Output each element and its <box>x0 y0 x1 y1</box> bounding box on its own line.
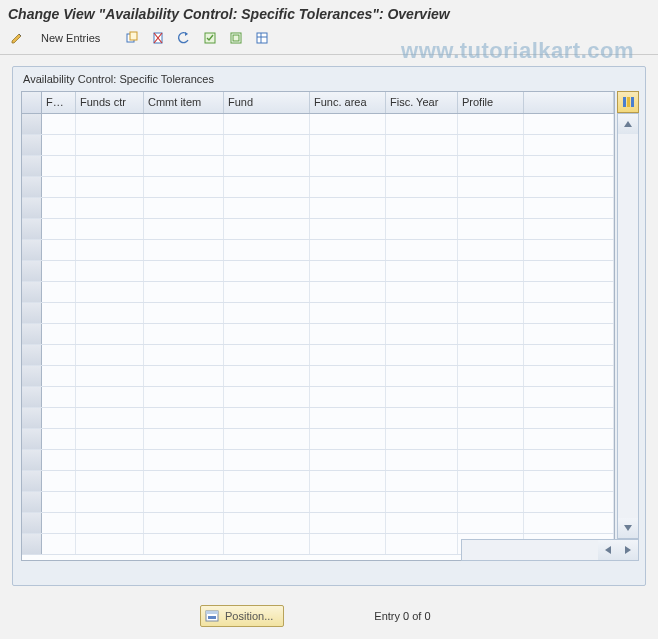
table-cell[interactable] <box>524 261 614 281</box>
table-cell[interactable] <box>310 513 386 533</box>
table-cell[interactable] <box>76 450 144 470</box>
column-header-fm[interactable]: FM... <box>42 92 76 113</box>
position-button[interactable]: Position... <box>200 605 284 627</box>
table-cell[interactable] <box>386 240 458 260</box>
delete-icon[interactable] <box>147 28 169 48</box>
new-entries-button[interactable]: New Entries <box>32 28 109 48</box>
table-cell[interactable] <box>144 387 224 407</box>
table-cell[interactable] <box>524 387 614 407</box>
table-cell[interactable] <box>458 282 524 302</box>
table-cell[interactable] <box>458 324 524 344</box>
table-cell[interactable] <box>76 324 144 344</box>
table-cell[interactable] <box>310 303 386 323</box>
table-cell[interactable] <box>386 345 458 365</box>
table-cell[interactable] <box>224 261 310 281</box>
table-cell[interactable] <box>386 261 458 281</box>
table-cell[interactable] <box>144 261 224 281</box>
table-cell[interactable] <box>42 471 76 491</box>
table-cell[interactable] <box>524 345 614 365</box>
table-cell[interactable] <box>42 492 76 512</box>
vertical-scrollbar[interactable] <box>617 113 639 539</box>
table-cell[interactable] <box>458 219 524 239</box>
table-cell[interactable] <box>310 345 386 365</box>
table-cell[interactable] <box>458 261 524 281</box>
table-cell[interactable] <box>386 219 458 239</box>
table-cell[interactable] <box>76 156 144 176</box>
row-selector[interactable] <box>22 429 42 449</box>
table-cell[interactable] <box>76 177 144 197</box>
table-cell[interactable] <box>224 345 310 365</box>
table-cell[interactable] <box>224 198 310 218</box>
table-cell[interactable] <box>458 408 524 428</box>
table-cell[interactable] <box>310 324 386 344</box>
table-cell[interactable] <box>76 345 144 365</box>
row-selector[interactable] <box>22 387 42 407</box>
column-header-func-area[interactable]: Func. area <box>310 92 386 113</box>
table-cell[interactable] <box>42 114 76 134</box>
table-cell[interactable] <box>76 471 144 491</box>
table-cell[interactable] <box>458 450 524 470</box>
table-cell[interactable] <box>386 324 458 344</box>
table-cell[interactable] <box>76 219 144 239</box>
table-cell[interactable] <box>386 303 458 323</box>
hscroll-track[interactable] <box>462 540 598 560</box>
table-cell[interactable] <box>386 282 458 302</box>
table-cell[interactable] <box>386 534 458 554</box>
table-cell[interactable] <box>458 198 524 218</box>
table-cell[interactable] <box>458 303 524 323</box>
table-cell[interactable] <box>42 450 76 470</box>
row-selector[interactable] <box>22 240 42 260</box>
table-cell[interactable] <box>310 261 386 281</box>
table-cell[interactable] <box>224 219 310 239</box>
table-cell[interactable] <box>386 471 458 491</box>
row-selector[interactable] <box>22 198 42 218</box>
table-cell[interactable] <box>386 156 458 176</box>
table-cell[interactable] <box>224 135 310 155</box>
table-cell[interactable] <box>144 492 224 512</box>
table-cell[interactable] <box>458 387 524 407</box>
column-header-fisc-year[interactable]: Fisc. Year <box>386 92 458 113</box>
row-selector[interactable] <box>22 513 42 533</box>
table-cell[interactable] <box>76 240 144 260</box>
table-cell[interactable] <box>310 387 386 407</box>
table-cell[interactable] <box>386 366 458 386</box>
table-cell[interactable] <box>310 219 386 239</box>
table-cell[interactable] <box>144 366 224 386</box>
row-selector[interactable] <box>22 282 42 302</box>
table-cell[interactable] <box>524 177 614 197</box>
row-selector[interactable] <box>22 177 42 197</box>
table-cell[interactable] <box>144 450 224 470</box>
configure-columns-button[interactable] <box>617 91 639 113</box>
table-cell[interactable] <box>76 408 144 428</box>
table-cell[interactable] <box>42 261 76 281</box>
table-cell[interactable] <box>310 240 386 260</box>
table-cell[interactable] <box>224 366 310 386</box>
table-cell[interactable] <box>144 303 224 323</box>
table-cell[interactable] <box>386 429 458 449</box>
table-cell[interactable] <box>524 156 614 176</box>
horizontal-scrollbar[interactable] <box>461 539 639 561</box>
table-cell[interactable] <box>224 408 310 428</box>
table-cell[interactable] <box>144 534 224 554</box>
table-cell[interactable] <box>224 156 310 176</box>
table-cell[interactable] <box>76 303 144 323</box>
table-cell[interactable] <box>224 471 310 491</box>
copy-icon[interactable] <box>121 28 143 48</box>
table-cell[interactable] <box>144 408 224 428</box>
table-cell[interactable] <box>458 345 524 365</box>
table-cell[interactable] <box>524 471 614 491</box>
row-selector[interactable] <box>22 366 42 386</box>
table-cell[interactable] <box>144 114 224 134</box>
table-cell[interactable] <box>224 513 310 533</box>
table-cell[interactable] <box>144 198 224 218</box>
table-cell[interactable] <box>310 282 386 302</box>
table-cell[interactable] <box>42 513 76 533</box>
table-cell[interactable] <box>42 345 76 365</box>
table-cell[interactable] <box>386 177 458 197</box>
table-cell[interactable] <box>144 471 224 491</box>
table-cell[interactable] <box>144 324 224 344</box>
table-cell[interactable] <box>310 114 386 134</box>
row-selector[interactable] <box>22 492 42 512</box>
table-cell[interactable] <box>42 135 76 155</box>
table-cell[interactable] <box>42 366 76 386</box>
